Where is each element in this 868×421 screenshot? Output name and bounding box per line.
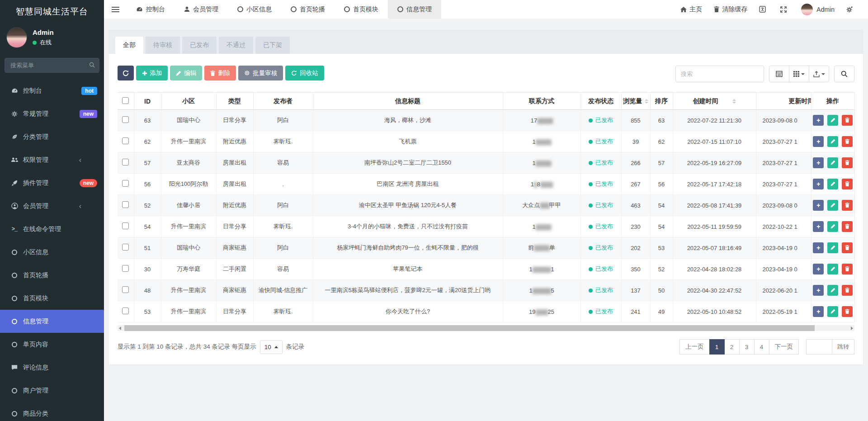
sidebar-item-permission[interactable]: 权限管理 ‹ [0, 148, 104, 171]
page-button-3[interactable]: 3 [739, 339, 755, 355]
tab-all[interactable]: 全部 [115, 37, 143, 54]
recycle-bin-button[interactable]: 回收站 [285, 66, 324, 80]
row-delete-button[interactable] [842, 115, 853, 126]
row-edit-button[interactable] [827, 157, 838, 168]
row-edit-button[interactable] [827, 179, 838, 189]
menu-toggle-icon[interactable] [104, 0, 127, 19]
row-detail-button[interactable]: + [813, 306, 824, 317]
search-button[interactable] [834, 66, 854, 82]
sidebar-item-comments[interactable]: 评论信息 [0, 356, 104, 379]
page-button-1[interactable]: 1 [709, 339, 725, 355]
scrollbar-thumb[interactable] [124, 325, 815, 331]
page-button-4[interactable]: 4 [754, 339, 769, 355]
row-delete-button[interactable] [842, 179, 853, 189]
table-search-input[interactable] [675, 66, 764, 82]
fullscreen-button[interactable] [774, 6, 795, 13]
jump-page-input[interactable] [806, 339, 832, 355]
next-page-button[interactable]: 下一页 [769, 339, 799, 355]
sidebar-item-info-management[interactable]: 信息管理 [0, 310, 104, 333]
row-checkbox[interactable] [122, 137, 129, 144]
row-checkbox[interactable] [122, 180, 129, 187]
row-detail-button[interactable]: + [813, 200, 824, 211]
page-size-select[interactable]: 10 [260, 340, 283, 354]
row-checkbox[interactable] [122, 265, 129, 272]
edit-button[interactable]: 编辑 [170, 66, 202, 80]
sidebar-item-single-page[interactable]: 单页内容 [0, 333, 104, 356]
home-link[interactable]: 主页 [675, 5, 708, 14]
sidebar-search-input[interactable] [5, 58, 99, 73]
sidebar-item-category[interactable]: 分类管理 [0, 125, 104, 148]
row-checkbox[interactable] [122, 201, 129, 208]
scroll-left-icon[interactable] [119, 326, 121, 330]
row-edit-button[interactable] [827, 242, 838, 253]
row-delete-button[interactable] [842, 136, 853, 147]
sidebar-item-home-modules[interactable]: 首页模块 [0, 287, 104, 310]
clear-cache-button[interactable]: 清除缓存 [708, 5, 753, 14]
row-delete-button[interactable] [842, 285, 853, 296]
col-views[interactable]: 浏览量 [621, 93, 650, 110]
row-checkbox[interactable] [122, 307, 129, 314]
row-checkbox[interactable] [122, 222, 129, 229]
sidebar-item-plugins[interactable]: 插件管理 new [0, 171, 104, 194]
select-all-checkbox[interactable] [122, 97, 129, 104]
nav-tab-community-info[interactable]: 小区信息 [228, 0, 281, 19]
horizontal-scrollbar[interactable] [118, 325, 854, 331]
row-edit-button[interactable] [827, 200, 838, 211]
sidebar-item-merchants[interactable]: 商户管理 [0, 379, 104, 402]
sidebar-item-general[interactable]: 常规管理 new [0, 102, 104, 125]
row-detail-button[interactable]: + [813, 157, 824, 168]
row-detail-button[interactable]: + [813, 264, 824, 274]
row-checkbox[interactable] [122, 286, 129, 293]
row-delete-button[interactable] [842, 242, 853, 253]
tab-pending[interactable]: 待审核 [146, 37, 180, 54]
sidebar-item-community-info[interactable]: 小区信息 [0, 241, 104, 264]
prev-page-button[interactable]: 上一页 [679, 339, 710, 355]
sidebar-item-product-category[interactable]: 商品分类 [0, 402, 104, 421]
row-delete-button[interactable] [842, 264, 853, 274]
nav-tab-info-management[interactable]: 信息管理 [388, 0, 441, 19]
col-created[interactable]: 创建时间 [673, 93, 756, 110]
row-detail-button[interactable]: + [813, 221, 824, 232]
nav-tab-home-modules[interactable]: 首页模块 [335, 0, 388, 19]
nav-tab-home-carousel[interactable]: 首页轮播 [281, 0, 335, 19]
delete-button[interactable]: 删除 [204, 66, 236, 80]
sidebar-item-members[interactable]: 会员管理 ‹ [0, 194, 104, 218]
row-edit-button[interactable] [827, 115, 838, 126]
nav-tab-members[interactable]: 会员管理 [175, 0, 228, 19]
batch-audit-button[interactable]: 批量审核 [238, 66, 283, 80]
row-edit-button[interactable] [827, 221, 838, 232]
row-detail-button[interactable]: + [813, 242, 824, 253]
row-delete-button[interactable] [842, 221, 853, 232]
sidebar-item-commands[interactable]: >_ 在线命令管理 [0, 218, 104, 241]
sidebar-item-home-carousel[interactable]: 首页轮播 [0, 264, 104, 287]
refresh-button[interactable] [118, 66, 134, 80]
row-edit-button[interactable] [827, 264, 838, 274]
row-delete-button[interactable] [842, 157, 853, 168]
scroll-right-icon[interactable] [851, 326, 853, 330]
nav-tab-dashboard[interactable]: 控制台 [127, 0, 175, 19]
page-button-2[interactable]: 2 [724, 339, 740, 355]
row-checkbox[interactable] [122, 244, 129, 251]
user-menu[interactable]: Admin [795, 4, 840, 15]
row-detail-button[interactable]: + [813, 136, 824, 147]
columns-button[interactable] [789, 66, 809, 82]
col-updated[interactable]: 更新时间 [756, 93, 811, 110]
row-detail-button[interactable]: + [813, 285, 824, 296]
row-delete-button[interactable] [842, 306, 853, 317]
add-button[interactable]: ✚添加 [136, 66, 168, 80]
tab-published[interactable]: 已发布 [182, 37, 217, 54]
row-detail-button[interactable]: + [813, 179, 824, 189]
row-delete-button[interactable] [842, 200, 853, 211]
export-button[interactable] [809, 66, 829, 82]
language-button[interactable] [753, 6, 774, 13]
tab-offline[interactable]: 已下架 [255, 37, 290, 54]
detail-view-button[interactable] [769, 66, 789, 82]
row-edit-button[interactable] [827, 285, 838, 296]
settings-button[interactable] [840, 6, 862, 13]
row-edit-button[interactable] [827, 306, 838, 317]
row-detail-button[interactable]: + [813, 115, 824, 126]
tab-rejected[interactable]: 不通过 [219, 37, 253, 54]
row-checkbox[interactable] [122, 159, 129, 166]
sidebar-item-dashboard[interactable]: 控制台 hot [0, 79, 104, 102]
jump-button[interactable]: 跳转 [832, 339, 854, 355]
